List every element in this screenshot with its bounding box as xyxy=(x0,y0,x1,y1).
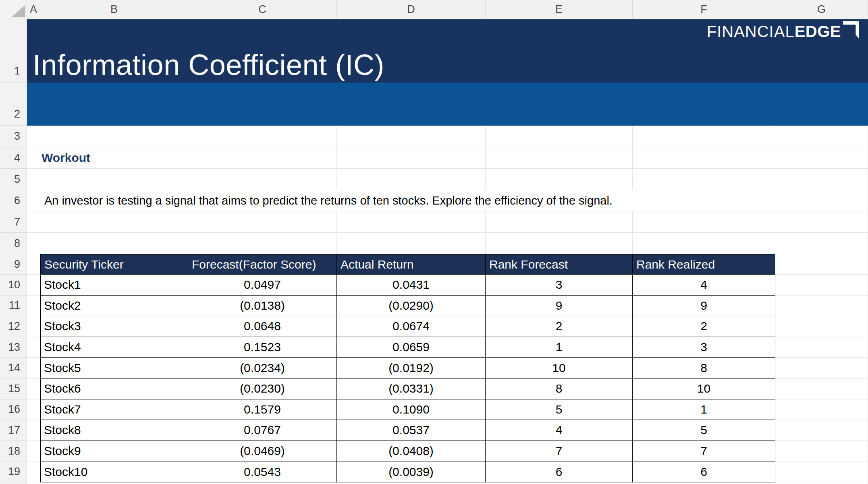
empty-cell[interactable] xyxy=(775,482,868,484)
row-header-20[interactable] xyxy=(0,482,27,484)
cell-forecast[interactable]: (0.0234) xyxy=(188,358,337,379)
cell-rank-realized[interactable]: 6 xyxy=(633,461,775,482)
empty-cell[interactable] xyxy=(337,233,486,254)
cell-rank-forecast[interactable]: 8 xyxy=(486,379,633,399)
cell-rank-realized[interactable]: 5 xyxy=(633,420,775,441)
empty-cell[interactable] xyxy=(633,211,775,233)
cell-ticker[interactable]: Stock10 xyxy=(40,461,188,482)
empty-cell[interactable] xyxy=(775,254,868,275)
column-header-actual-return[interactable]: Actual Return xyxy=(337,254,486,275)
cell-forecast[interactable]: 0.1579 xyxy=(188,399,337,420)
cell-actual-return[interactable]: 0.0659 xyxy=(337,337,486,358)
cell-rank-forecast[interactable]: 4 xyxy=(486,420,633,441)
cell-ticker[interactable]: Stock1 xyxy=(40,275,188,296)
cell-rank-forecast[interactable]: 9 xyxy=(486,296,633,316)
empty-cell[interactable] xyxy=(27,316,40,337)
empty-cell[interactable] xyxy=(188,126,337,147)
empty-cell[interactable] xyxy=(27,254,40,275)
empty-cell[interactable] xyxy=(337,211,486,233)
empty-cell[interactable] xyxy=(775,169,868,190)
row-header-19[interactable]: 19 xyxy=(0,461,27,482)
empty-cell[interactable] xyxy=(27,190,40,211)
column-header-g[interactable]: G xyxy=(775,0,868,19)
empty-cell[interactable] xyxy=(27,461,40,482)
cell-rank-forecast[interactable]: 6 xyxy=(486,461,633,482)
empty-cell[interactable] xyxy=(775,316,868,337)
empty-cell[interactable] xyxy=(27,126,40,147)
empty-cell[interactable] xyxy=(775,379,868,399)
empty-cell[interactable] xyxy=(486,169,633,190)
empty-cell[interactable] xyxy=(27,337,40,358)
column-header-d[interactable]: D xyxy=(337,0,486,19)
column-header-rank-forecast[interactable]: Rank Forecast xyxy=(486,254,633,275)
cell-actual-return[interactable]: (0.0290) xyxy=(337,296,486,316)
empty-cell[interactable] xyxy=(337,482,486,484)
empty-cell[interactable] xyxy=(775,126,868,147)
empty-cell[interactable] xyxy=(27,296,40,316)
empty-cell[interactable] xyxy=(188,233,337,254)
cell-rank-forecast[interactable]: 10 xyxy=(486,358,633,379)
empty-cell[interactable] xyxy=(775,399,868,420)
empty-cell[interactable] xyxy=(40,169,188,190)
cell-rank-realized[interactable]: 9 xyxy=(633,296,775,316)
row-header-2[interactable]: 2 xyxy=(0,83,27,126)
empty-cell[interactable] xyxy=(775,461,868,482)
cell-ticker[interactable]: Stock8 xyxy=(40,420,188,441)
empty-cell[interactable] xyxy=(775,190,868,211)
empty-cell[interactable] xyxy=(486,482,633,484)
empty-cell[interactable] xyxy=(27,420,40,441)
cell-ticker[interactable]: Stock3 xyxy=(40,316,188,337)
row-header-14[interactable]: 14 xyxy=(0,358,27,379)
select-all-corner[interactable] xyxy=(0,0,27,19)
row-header-8[interactable]: 8 xyxy=(0,233,27,254)
column-header-c[interactable]: C xyxy=(188,0,337,19)
empty-cell[interactable] xyxy=(337,147,486,169)
empty-cell[interactable] xyxy=(775,358,868,379)
column-header-forecast[interactable]: Forecast(Factor Score) xyxy=(188,254,337,275)
column-header-rank-realized[interactable]: Rank Realized xyxy=(633,254,775,275)
cell-ticker[interactable]: Stock4 xyxy=(40,337,188,358)
cell-rank-forecast[interactable]: 7 xyxy=(486,441,633,462)
row-header-6[interactable]: 6 xyxy=(0,190,27,211)
subtitle-banner[interactable] xyxy=(27,83,868,126)
row-header-9[interactable]: 9 xyxy=(0,254,27,275)
empty-cell[interactable] xyxy=(27,211,40,233)
cell-actual-return[interactable]: 0.0431 xyxy=(337,275,486,296)
row-header-5[interactable]: 5 xyxy=(0,169,27,190)
cell-forecast[interactable]: (0.0138) xyxy=(188,296,337,316)
cell-forecast[interactable]: 0.0767 xyxy=(188,420,337,441)
empty-cell[interactable] xyxy=(633,233,775,254)
cell-forecast[interactable]: (0.0469) xyxy=(188,441,337,462)
empty-cell[interactable] xyxy=(775,337,868,358)
empty-cell[interactable] xyxy=(40,211,188,233)
empty-cell[interactable] xyxy=(188,211,337,233)
column-header-b[interactable]: B xyxy=(40,0,188,19)
cell-forecast[interactable]: (0.0230) xyxy=(188,379,337,399)
empty-cell[interactable] xyxy=(27,233,40,254)
empty-cell[interactable] xyxy=(27,399,40,420)
empty-cell[interactable] xyxy=(27,147,40,169)
cell-rank-realized[interactable]: 8 xyxy=(633,358,775,379)
cell-rank-realized[interactable]: 7 xyxy=(633,441,775,462)
empty-cell[interactable] xyxy=(486,233,633,254)
row-header-1[interactable]: 1 xyxy=(0,19,27,83)
empty-cell[interactable] xyxy=(775,296,868,316)
cell-actual-return[interactable]: 0.1090 xyxy=(337,399,486,420)
empty-cell[interactable] xyxy=(775,420,868,441)
cell-rank-forecast[interactable]: 5 xyxy=(486,399,633,420)
row-header-17[interactable]: 17 xyxy=(0,420,27,441)
empty-cell[interactable] xyxy=(633,169,775,190)
empty-cell[interactable] xyxy=(337,169,486,190)
column-header-a[interactable]: A xyxy=(27,0,40,19)
cell-forecast[interactable]: 0.0648 xyxy=(188,316,337,337)
cell-rank-forecast[interactable]: 1 xyxy=(486,337,633,358)
empty-cell[interactable] xyxy=(633,126,775,147)
cell-forecast[interactable]: 0.1523 xyxy=(188,337,337,358)
cell-rank-forecast[interactable]: 3 xyxy=(486,275,633,296)
column-header-f[interactable]: F xyxy=(633,0,775,19)
cell-actual-return[interactable]: 0.0674 xyxy=(337,316,486,337)
empty-cell[interactable] xyxy=(486,211,633,233)
cell-rank-realized[interactable]: 3 xyxy=(633,337,775,358)
cell-rank-realized[interactable]: 10 xyxy=(633,379,775,399)
cell-ticker[interactable]: Stock2 xyxy=(40,296,188,316)
